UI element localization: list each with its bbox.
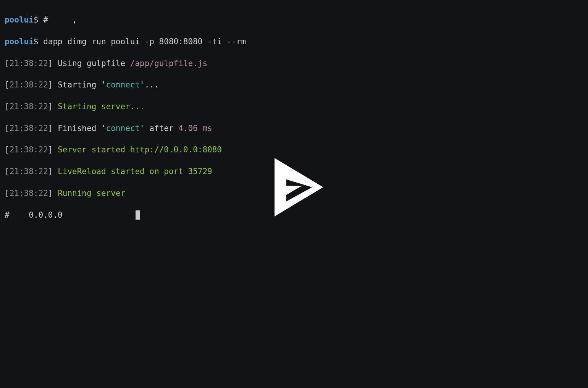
prompt-host: poolui bbox=[5, 15, 34, 24]
log-text: Running server bbox=[58, 189, 125, 198]
cursor-icon bbox=[136, 210, 140, 220]
command-1: # , bbox=[43, 15, 77, 24]
log-text: ' after bbox=[140, 124, 178, 133]
prompt-dollar: $ bbox=[34, 15, 39, 24]
timestamp: 21:38:22 bbox=[10, 80, 48, 89]
gulpfile-path: /app/gulpfile.js bbox=[130, 59, 207, 68]
log-line-2: [21:38:22] Starting 'connect'... bbox=[5, 79, 583, 90]
log-line-3: [21:38:22] Starting server... bbox=[5, 101, 583, 112]
log-text: Server started http://0.0.0.0:8080 bbox=[58, 145, 222, 154]
timestamp: 21:38:22 bbox=[10, 124, 48, 133]
prompt-host: poolui bbox=[5, 37, 34, 46]
task-name: connect bbox=[106, 124, 140, 133]
ip-address: 0.0.0.0 bbox=[29, 210, 63, 220]
timestamp: 21:38:22 bbox=[10, 189, 48, 198]
timestamp: 21:38:22 bbox=[10, 145, 48, 154]
timestamp: 21:38:22 bbox=[10, 102, 48, 111]
timestamp: 21:38:22 bbox=[10, 167, 48, 176]
play-icon bbox=[262, 155, 326, 220]
timestamp: 21:38:22 bbox=[10, 59, 48, 68]
log-text: Starting server... bbox=[58, 102, 145, 111]
duration: 4.06 ms bbox=[178, 124, 212, 133]
log-line-4: [21:38:22] Finished 'connect' after 4.06… bbox=[5, 123, 583, 134]
log-text: '... bbox=[140, 80, 159, 89]
log-text: LiveReload started on port 35729 bbox=[58, 167, 212, 176]
command-2: dapp dimg run poolui -p 8080:8080 -ti --… bbox=[43, 37, 246, 46]
log-text: Starting ' bbox=[58, 80, 106, 89]
play-button[interactable] bbox=[262, 155, 326, 222]
log-text: Finished ' bbox=[58, 124, 106, 133]
prompt-dollar: $ bbox=[34, 37, 39, 46]
prompt-line-2: poolui$ dapp dimg run poolui -p 8080:808… bbox=[5, 36, 583, 47]
log-line-1: [21:38:22] Using gulpfile /app/gulpfile.… bbox=[5, 58, 583, 69]
prompt-line-1: poolui$ # , bbox=[5, 15, 583, 25]
task-name: connect bbox=[106, 80, 140, 89]
hash-symbol: # bbox=[5, 210, 10, 220]
log-line-5: [21:38:22] Server started http://0.0.0.0… bbox=[5, 144, 583, 155]
log-text: Using gulpfile bbox=[58, 59, 130, 68]
